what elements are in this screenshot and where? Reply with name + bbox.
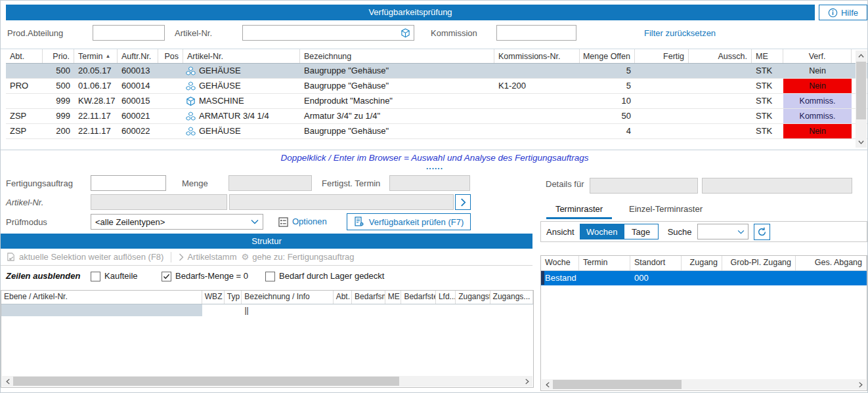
assembly-icon xyxy=(186,66,196,76)
order-row[interactable]: PRO50001.06.17600014GEHÄUSEBaugruppe "Ge… xyxy=(6,79,868,94)
checkbox-label: Bedarfs-Menge = 0 xyxy=(175,266,248,287)
filter-reset-link[interactable]: Filter zurücksetzen xyxy=(644,25,716,42)
terminraster-cell xyxy=(796,271,867,285)
refresh-button[interactable] xyxy=(754,224,770,240)
orders-col-11[interactable]: ME xyxy=(752,49,783,63)
order-cell: Baugruppe "Gehäuse" xyxy=(300,124,494,138)
order-cell: 600015 xyxy=(118,94,158,108)
struktur-col-2[interactable]: Typ xyxy=(225,291,242,304)
tab-terminraster[interactable]: Terminraster xyxy=(546,201,612,219)
refresh-icon xyxy=(757,227,767,237)
orders-col-12[interactable]: Verf. xyxy=(783,49,852,63)
struktur-col-3[interactable]: Bezeichnung / Info xyxy=(242,291,333,304)
orders-col-7[interactable]: Kommissions-Nr. xyxy=(494,49,580,63)
scrollbar-thumb[interactable] xyxy=(856,62,866,119)
checkbox-2[interactable]: Bedarf durch Lager gedeckt xyxy=(265,266,384,287)
struktur-col-8[interactable]: Lfd.... xyxy=(436,291,456,304)
struktur-col-0[interactable]: Ebene / Artikel-Nr. xyxy=(1,291,202,304)
struktur-cell xyxy=(202,304,225,316)
artikelstamm-button[interactable]: Artikelstamm xyxy=(179,252,236,262)
order-cell: GEHÄUSE xyxy=(183,124,300,138)
order-row[interactable]: 999KW.28.17600015MASCHINEEndprodukt "Mas… xyxy=(6,94,868,109)
scroll-right-icon[interactable] xyxy=(855,379,866,390)
order-cell xyxy=(635,94,689,108)
prod-abteilung-input[interactable] xyxy=(93,25,165,41)
kommission-input[interactable] xyxy=(496,25,576,41)
scroll-right-icon[interactable] xyxy=(521,376,532,386)
orders-body: 50020.05.17600013GEHÄUSEBaugruppe "Gehäu… xyxy=(6,64,868,139)
terminraster-col-0[interactable]: Woche xyxy=(541,256,579,270)
orders-vertical-scrollbar[interactable] xyxy=(856,51,867,148)
view-wochen-button[interactable]: Wochen xyxy=(580,224,624,239)
availability-badge: Kommiss. xyxy=(783,109,852,123)
goto-article-button[interactable] xyxy=(455,194,471,210)
scroll-left-icon[interactable] xyxy=(542,379,553,390)
terminraster-col-5[interactable]: Ges. Abgang xyxy=(796,256,867,270)
terminraster-col-4[interactable]: Grob-Pl. Zugang xyxy=(722,256,796,270)
struktur-col-1[interactable]: WBZ xyxy=(202,291,225,304)
order-cell: Baugruppe "Gehäuse" xyxy=(300,79,494,93)
row-indicator xyxy=(541,271,544,285)
checkbox-1[interactable]: Bedarfs-Menge = 0 xyxy=(162,266,248,287)
terminraster-horizontal-scrollbar[interactable] xyxy=(542,379,866,390)
scroll-left-icon[interactable] xyxy=(2,376,13,386)
struktur-col-9[interactable]: Zugangste... xyxy=(456,291,490,304)
struktur-col-4[interactable]: Abt. xyxy=(334,291,352,304)
checkbox-box[interactable] xyxy=(91,272,100,281)
scrollbar-thumb[interactable] xyxy=(553,380,682,389)
optionen-button[interactable]: Optionen xyxy=(278,214,327,230)
order-row[interactable]: ZSP20022.11.17600022GEHÄUSEBaugruppe "Ge… xyxy=(6,124,868,139)
checkbox-box[interactable] xyxy=(265,272,275,281)
scroll-up-icon[interactable] xyxy=(856,51,867,61)
struktur-cell xyxy=(225,304,242,316)
tab-einzel-terminraster[interactable]: Einzel-Terminraster xyxy=(623,201,708,217)
struktur-col-10[interactable]: Zugangs... xyxy=(490,291,533,304)
scroll-down-icon[interactable] xyxy=(856,137,867,148)
pruefmodus-select[interactable]: <alle Zeilentypen> xyxy=(91,214,263,230)
terminraster-row[interactable]: Bestand000 xyxy=(541,271,867,285)
orders-col-9[interactable]: Fertig xyxy=(635,49,689,63)
orders-col-8[interactable]: Menge Offen xyxy=(580,49,635,63)
help-button[interactable]: Hilfe xyxy=(819,5,867,20)
order-cell: STK xyxy=(752,94,783,108)
order-row[interactable]: 50020.05.17600013GEHÄUSEBaugruppe "Gehäu… xyxy=(6,64,868,79)
order-cell: MASCHINE xyxy=(183,94,300,108)
availability-badge: Nein xyxy=(783,124,852,138)
struktur-col-5[interactable]: Bedarfsme... xyxy=(352,291,385,304)
resolve-selection-button[interactable]: aktuelle Selektion weiter auflösen (F8) xyxy=(6,252,163,262)
details-for-label: Details für xyxy=(546,179,584,189)
artikel-filter-input[interactable] xyxy=(243,26,401,40)
orders-col-4[interactable]: Pos xyxy=(158,49,183,63)
orders-col-2[interactable]: Termin▲ xyxy=(74,49,118,63)
orders-col-0[interactable]: Abt. xyxy=(6,49,43,63)
goto-fertigungsauftrag-button[interactable]: ⚙ gehe zu: Fertigungsauftrag xyxy=(242,252,355,262)
struktur-col-7[interactable]: Bedarfster... xyxy=(401,291,435,304)
view-tage-button[interactable]: Tage xyxy=(624,224,658,239)
orders-col-6[interactable]: Bezeichnung xyxy=(300,49,494,63)
order-cell: 500 xyxy=(43,79,74,93)
terminraster-col-2[interactable]: Standort xyxy=(630,256,682,270)
struktur-table-row[interactable]: || xyxy=(1,304,533,316)
terminraster-cell xyxy=(722,271,796,285)
checkbox-box[interactable] xyxy=(162,272,171,281)
order-row[interactable]: ZSP99922.11.17600021ARMATUR 3/4 1/4Armat… xyxy=(6,109,868,124)
orders-col-3[interactable]: Auftr.Nr. xyxy=(118,49,158,63)
orders-col-10[interactable]: Aussch. xyxy=(689,49,752,63)
struktur-col-6[interactable]: ME xyxy=(385,291,402,304)
availability-badge: Nein xyxy=(783,79,852,93)
check-availability-button[interactable]: Verfügbarkeit prüfen (F7) xyxy=(347,213,471,230)
suche-select[interactable] xyxy=(697,224,749,239)
orders-col-1[interactable]: Prio. xyxy=(43,49,74,63)
splitter-handle[interactable]: ...... xyxy=(1,163,868,170)
checkbox-0[interactable]: Kaufteile xyxy=(91,266,138,287)
order-cell: Baugruppe "Gehäuse" xyxy=(300,64,494,78)
struktur-horizontal-scrollbar[interactable] xyxy=(2,376,532,386)
scrollbar-thumb[interactable] xyxy=(13,377,399,386)
terminraster-col-1[interactable]: Termin xyxy=(579,256,630,270)
order-cell xyxy=(6,94,43,108)
orders-col-5[interactable]: Artikel-Nr. xyxy=(183,49,300,63)
artikel-filter-field xyxy=(242,25,414,41)
struktur-cell: || xyxy=(242,304,334,316)
fertigungsauftrag-input[interactable] xyxy=(91,175,166,191)
terminraster-col-3[interactable]: Zugang xyxy=(682,256,722,270)
